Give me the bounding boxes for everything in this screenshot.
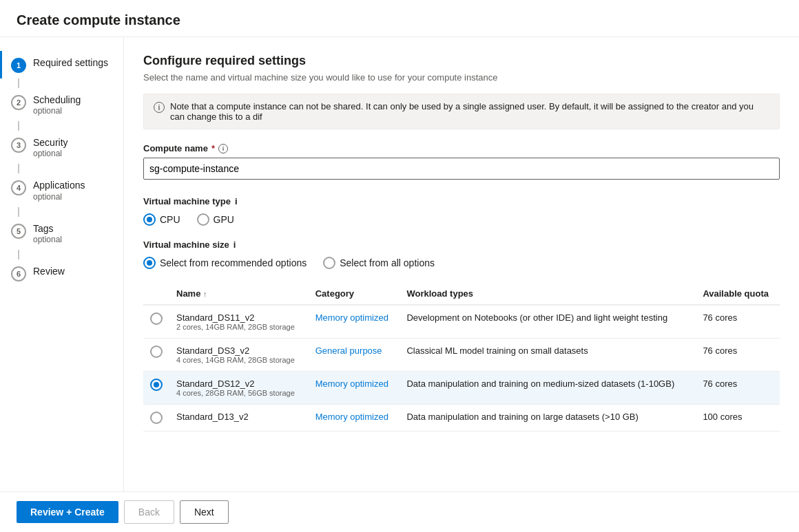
footer: Review + Create Back Next	[0, 491, 799, 528]
row-radio-circle[interactable]	[150, 412, 163, 424]
row-select-radio[interactable]	[143, 339, 169, 372]
vm-size-recommended-option[interactable]: Select from recommended options	[143, 257, 307, 269]
cpu-radio-label: CPU	[160, 214, 180, 225]
sidebar-connector-1	[18, 78, 19, 88]
sidebar-item-sub-2: optional	[33, 106, 81, 116]
col-header-name[interactable]: Name ↑	[169, 283, 309, 305]
col-header-workload: Workload types	[400, 283, 696, 305]
sidebar-item-sub-3: optional	[33, 149, 68, 158]
sidebar-item-review[interactable]: 6 Review	[0, 259, 123, 287]
row-select-radio[interactable]	[143, 305, 169, 339]
configure-section-title: Configure required settings	[143, 54, 780, 68]
row-category[interactable]: Memory optimized	[309, 405, 400, 432]
sidebar-item-sub-5: optional	[33, 235, 62, 244]
row-select-radio[interactable]	[143, 405, 169, 432]
row-name: Standard_DS11_v22 cores, 14GB RAM, 28GB …	[169, 305, 309, 339]
vm-size-label: Virtual machine size i	[143, 240, 780, 250]
back-button[interactable]: Back	[124, 500, 174, 524]
cpu-radio-circle[interactable]	[143, 213, 156, 226]
vm-size-all-option[interactable]: Select from all options	[323, 257, 435, 269]
recommended-radio-label: Select from recommended options	[160, 257, 307, 268]
vm-type-cpu-option[interactable]: CPU	[143, 213, 180, 226]
table-row[interactable]: Standard_DS3_v24 cores, 14GB RAM, 28GB s…	[143, 339, 780, 372]
sidebar-item-label-1: Required settings	[33, 56, 108, 69]
step-number-6: 6	[11, 266, 26, 281]
row-category[interactable]: General purpose	[309, 339, 400, 372]
row-workload: Data manipulation and training on medium…	[400, 372, 696, 405]
gpu-radio-label: GPU	[214, 214, 234, 225]
info-icon: i	[154, 102, 165, 113]
vm-size-table: Name ↑ Category Workload types Available…	[143, 283, 780, 432]
step-number-1: 1	[11, 58, 26, 73]
configure-section-desc: Select the name and virtual machine size…	[143, 72, 780, 83]
vm-type-label: Virtual machine type i	[143, 196, 780, 206]
info-banner-text: Note that a compute instance can not be …	[170, 101, 769, 122]
sidebar: 1 Required settings 2 Scheduling optiona…	[0, 37, 124, 528]
sidebar-connector-4	[18, 207, 19, 217]
row-radio-circle[interactable]	[150, 345, 163, 358]
sidebar-item-applications[interactable]: 4 Applications optional	[0, 173, 123, 206]
step-number-5: 5	[11, 224, 26, 239]
sidebar-item-required-settings[interactable]: 1 Required settings	[0, 51, 123, 78]
review-create-button[interactable]: Review + Create	[17, 501, 118, 523]
row-category[interactable]: Memory optimized	[309, 372, 400, 405]
sidebar-item-label-4: Applications	[33, 179, 85, 191]
sidebar-item-label-5: Tags	[33, 222, 62, 235]
vm-type-info-icon[interactable]: i	[235, 196, 238, 206]
page-title: Create compute instance	[0, 0, 799, 37]
compute-name-label: Compute name * i	[143, 143, 780, 153]
vm-type-radio-group: CPU GPU	[143, 213, 780, 226]
col-header-category: Category	[309, 283, 400, 305]
row-name: Standard_D13_v2	[169, 405, 309, 432]
vm-size-radio-group: Select from recommended options Select f…	[143, 257, 780, 269]
sidebar-item-label-6: Review	[33, 265, 65, 277]
vm-size-info-icon[interactable]: i	[234, 240, 236, 250]
step-number-2: 2	[11, 95, 26, 110]
info-banner: i Note that a compute instance can not b…	[143, 94, 780, 129]
table-row[interactable]: Standard_DS12_v24 cores, 28GB RAM, 56GB …	[143, 372, 780, 405]
sidebar-connector-5	[18, 250, 19, 259]
main-content: Configure required settings Select the n…	[124, 37, 799, 528]
sidebar-item-tags[interactable]: 5 Tags optional	[0, 217, 123, 250]
all-options-radio-circle[interactable]	[323, 257, 335, 269]
row-quota: 76 cores	[696, 305, 780, 339]
table-row[interactable]: Standard_D13_v2Memory optimizedData mani…	[143, 405, 780, 432]
row-select-radio[interactable]	[143, 372, 169, 405]
step-number-3: 3	[11, 138, 26, 153]
row-radio-circle[interactable]	[150, 379, 163, 391]
row-workload: Development on Notebooks (or other IDE) …	[400, 305, 696, 339]
row-name: Standard_DS12_v24 cores, 28GB RAM, 56GB …	[169, 372, 309, 405]
col-header-quota: Available quota	[696, 283, 780, 305]
step-number-4: 4	[11, 180, 26, 195]
table-row[interactable]: Standard_DS11_v22 cores, 14GB RAM, 28GB …	[143, 305, 780, 339]
sidebar-item-sub-4: optional	[33, 192, 85, 202]
required-asterisk: *	[211, 143, 215, 153]
compute-name-input[interactable]	[143, 158, 780, 180]
next-button[interactable]: Next	[180, 500, 229, 524]
sort-indicator-name: ↑	[203, 290, 207, 298]
sidebar-item-security[interactable]: 3 Security optional	[0, 131, 123, 164]
col-header-select	[143, 283, 169, 305]
row-workload: Data manipulation and training on large …	[400, 405, 696, 432]
row-workload: Classical ML model training on small dat…	[400, 339, 696, 372]
all-options-radio-label: Select from all options	[340, 257, 435, 268]
row-category[interactable]: Memory optimized	[309, 305, 400, 339]
sidebar-connector-3	[18, 164, 19, 173]
row-radio-circle[interactable]	[150, 312, 163, 325]
row-quota: 100 cores	[696, 405, 780, 432]
row-name: Standard_DS3_v24 cores, 14GB RAM, 28GB s…	[169, 339, 309, 372]
recommended-radio-circle[interactable]	[143, 257, 156, 269]
vm-type-gpu-option[interactable]: GPU	[197, 213, 234, 226]
sidebar-item-scheduling[interactable]: 2 Scheduling optional	[0, 88, 123, 121]
row-quota: 76 cores	[696, 372, 780, 405]
gpu-radio-circle[interactable]	[197, 213, 209, 226]
sidebar-connector-2	[18, 121, 19, 131]
sidebar-item-label-3: Security	[33, 136, 68, 149]
compute-name-info-icon[interactable]: i	[218, 144, 228, 153]
row-quota: 76 cores	[696, 339, 780, 372]
sidebar-item-label-2: Scheduling	[33, 94, 81, 106]
